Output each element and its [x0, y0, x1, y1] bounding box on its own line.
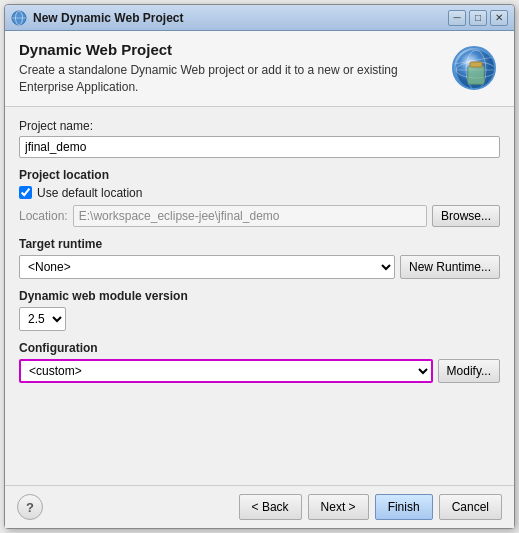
header-text: Dynamic Web Project Create a standalone …	[19, 41, 438, 96]
use-default-location-row: Use default location	[19, 186, 500, 200]
config-select-row: <custom> Modify...	[19, 359, 500, 383]
header-title: Dynamic Web Project	[19, 41, 438, 58]
target-runtime-group: Target runtime <None> New Runtime...	[19, 237, 500, 279]
location-input[interactable]	[73, 205, 427, 227]
location-field-label: Location:	[19, 209, 68, 223]
modify-button[interactable]: Modify...	[438, 359, 500, 383]
use-default-location-checkbox[interactable]	[19, 186, 32, 199]
header-section: Dynamic Web Project Create a standalone …	[5, 31, 514, 107]
header-icon	[448, 42, 500, 94]
target-runtime-label: Target runtime	[19, 237, 500, 251]
project-location-group: Project location Use default location Lo…	[19, 168, 500, 227]
project-location-label: Project location	[19, 168, 500, 182]
window-controls: ─ □ ✕	[448, 10, 508, 26]
configuration-label: Configuration	[19, 341, 500, 355]
help-button[interactable]: ?	[17, 494, 43, 520]
header-description: Create a standalone Dynamic Web project …	[19, 62, 438, 96]
project-name-group: Project name:	[19, 119, 500, 158]
footer-buttons: < Back Next > Finish Cancel	[239, 494, 502, 520]
minimize-button[interactable]: ─	[448, 10, 466, 26]
location-row: Location: Browse...	[19, 205, 500, 227]
form-content: Project name: Project location Use defau…	[5, 107, 514, 485]
back-button[interactable]: < Back	[239, 494, 302, 520]
svg-rect-8	[470, 62, 482, 67]
runtime-select[interactable]: <None>	[19, 255, 395, 279]
module-version-select[interactable]: 2.5	[19, 307, 66, 331]
main-window: New Dynamic Web Project ─ □ ✕ Dynamic We…	[4, 4, 515, 529]
window-icon	[11, 10, 27, 26]
svg-rect-7	[468, 66, 484, 84]
new-runtime-button[interactable]: New Runtime...	[400, 255, 500, 279]
cancel-button[interactable]: Cancel	[439, 494, 502, 520]
project-name-input[interactable]	[19, 136, 500, 158]
browse-button[interactable]: Browse...	[432, 205, 500, 227]
module-version-label: Dynamic web module version	[19, 289, 500, 303]
finish-button[interactable]: Finish	[375, 494, 433, 520]
use-default-location-checkbox-label: Use default location	[37, 186, 142, 200]
project-name-label: Project name:	[19, 119, 500, 133]
configuration-select[interactable]: <custom>	[19, 359, 433, 383]
title-bar: New Dynamic Web Project ─ □ ✕	[5, 5, 514, 31]
module-version-group: Dynamic web module version 2.5	[19, 289, 500, 331]
next-button[interactable]: Next >	[308, 494, 369, 520]
footer: ? < Back Next > Finish Cancel	[5, 485, 514, 528]
window-title: New Dynamic Web Project	[33, 11, 448, 25]
maximize-button[interactable]: □	[469, 10, 487, 26]
globe-icon	[452, 46, 496, 90]
runtime-select-row: <None> New Runtime...	[19, 255, 500, 279]
configuration-group: Configuration <custom> Modify...	[19, 341, 500, 383]
close-button[interactable]: ✕	[490, 10, 508, 26]
